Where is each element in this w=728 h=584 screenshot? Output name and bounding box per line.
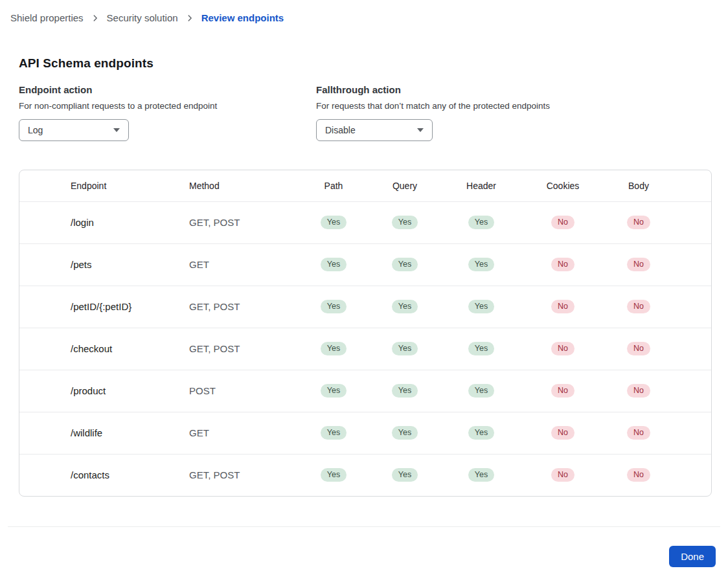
body-badge: No <box>627 468 650 482</box>
action-settings: Endpoint action For non-compliant reques… <box>19 84 728 141</box>
col-header-header: Header <box>440 170 522 201</box>
table-row: /petID/{:petID} GET, POST Yes Yes Yes No… <box>19 286 711 328</box>
cookies-badge: No <box>551 342 574 355</box>
col-header-path: Path <box>298 170 369 201</box>
endpoint-action-description: For non-compliant requests to a protecte… <box>19 101 217 111</box>
header-badge: Yes <box>468 426 494 440</box>
path-badge: Yes <box>321 468 347 482</box>
fallthrough-action-title: Fallthrough action <box>316 84 401 95</box>
table-row: /wildlife GET Yes Yes Yes No No <box>19 412 711 454</box>
endpoint-cell: /petID/{:petID} <box>19 286 189 328</box>
endpoint-cell: /contacts <box>19 454 189 496</box>
body-badge: No <box>627 384 650 398</box>
header-badge: Yes <box>468 384 494 398</box>
endpoints-table: Endpoint Method Path Query Header Cookie… <box>19 170 711 496</box>
query-badge: Yes <box>392 384 418 398</box>
endpoint-cell: /pets <box>19 243 189 286</box>
method-cell: GET <box>189 243 298 286</box>
table-row: /contacts GET, POST Yes Yes Yes No No <box>19 454 711 496</box>
method-cell: POST <box>189 370 298 412</box>
cookies-badge: No <box>551 300 574 313</box>
endpoint-action-title: Endpoint action <box>19 84 92 95</box>
endpoint-cell: /product <box>19 370 189 412</box>
breadcrumb: Shield properties Security solution Revi… <box>0 0 728 23</box>
method-cell: GET, POST <box>189 454 298 496</box>
query-badge: Yes <box>392 468 418 482</box>
fallthrough-action-section: Fallthrough action For requests that don… <box>316 84 550 141</box>
path-badge: Yes <box>321 300 347 313</box>
endpoint-cell: /wildlife <box>19 412 189 454</box>
cookies-badge: No <box>551 468 574 482</box>
header-badge: Yes <box>468 216 494 229</box>
header-badge: Yes <box>468 468 494 482</box>
body-badge: No <box>627 300 650 313</box>
footer: Done <box>0 527 728 567</box>
chevron-right-icon <box>91 14 100 23</box>
chevron-down-icon <box>113 128 120 132</box>
method-cell: GET, POST <box>189 286 298 328</box>
cookies-badge: No <box>551 216 574 229</box>
header-badge: Yes <box>468 300 494 313</box>
method-cell: GET, POST <box>189 328 298 370</box>
body-badge: No <box>627 426 650 440</box>
table-row: /login GET, POST Yes Yes Yes No No <box>19 201 711 243</box>
col-header-query: Query <box>369 170 440 201</box>
done-button[interactable]: Done <box>669 546 716 567</box>
header-badge: Yes <box>468 258 494 271</box>
table-row: /pets GET Yes Yes Yes No No <box>19 243 711 286</box>
query-badge: Yes <box>392 342 418 355</box>
cookies-badge: No <box>551 384 574 398</box>
chevron-right-icon <box>185 14 194 23</box>
endpoint-action-selected-value: Log <box>28 125 43 135</box>
path-badge: Yes <box>321 426 347 440</box>
table-header-row: Endpoint Method Path Query Header Cookie… <box>19 170 711 201</box>
page-title: API Schema endpoints <box>19 56 728 71</box>
cookies-badge: No <box>551 426 574 440</box>
breadcrumb-item-shield-properties[interactable]: Shield properties <box>10 12 84 23</box>
col-header-body: Body <box>604 170 674 201</box>
method-cell: GET, POST <box>189 201 298 243</box>
body-badge: No <box>627 342 650 355</box>
body-badge: No <box>627 258 650 271</box>
endpoint-cell: /login <box>19 201 189 243</box>
cookies-badge: No <box>551 258 574 271</box>
query-badge: Yes <box>392 300 418 313</box>
query-badge: Yes <box>392 216 418 229</box>
path-badge: Yes <box>321 216 347 229</box>
col-header-endpoint: Endpoint <box>19 170 189 201</box>
query-badge: Yes <box>392 426 418 440</box>
breadcrumb-item-security-solution[interactable]: Security solution <box>107 12 178 23</box>
table-row: /product POST Yes Yes Yes No No <box>19 370 711 412</box>
fallthrough-action-selected-value: Disable <box>325 125 356 135</box>
path-badge: Yes <box>321 342 347 355</box>
path-badge: Yes <box>321 258 347 271</box>
endpoint-action-section: Endpoint action For non-compliant reques… <box>19 84 316 141</box>
chevron-down-icon <box>417 128 424 132</box>
fallthrough-action-select[interactable]: Disable <box>316 119 433 141</box>
path-badge: Yes <box>321 384 347 398</box>
col-header-cookies: Cookies <box>522 170 604 201</box>
method-cell: GET <box>189 412 298 454</box>
table-row: /checkout GET, POST Yes Yes Yes No No <box>19 328 711 370</box>
breadcrumb-item-review-endpoints: Review endpoints <box>201 12 284 23</box>
header-badge: Yes <box>468 342 494 355</box>
query-badge: Yes <box>392 258 418 271</box>
endpoint-cell: /checkout <box>19 328 189 370</box>
endpoints-table-card: Endpoint Method Path Query Header Cookie… <box>19 170 712 497</box>
endpoint-action-select[interactable]: Log <box>19 119 129 141</box>
fallthrough-action-description: For requests that don’t match any of the… <box>316 101 550 111</box>
body-badge: No <box>627 216 650 229</box>
col-header-method: Method <box>189 170 298 201</box>
